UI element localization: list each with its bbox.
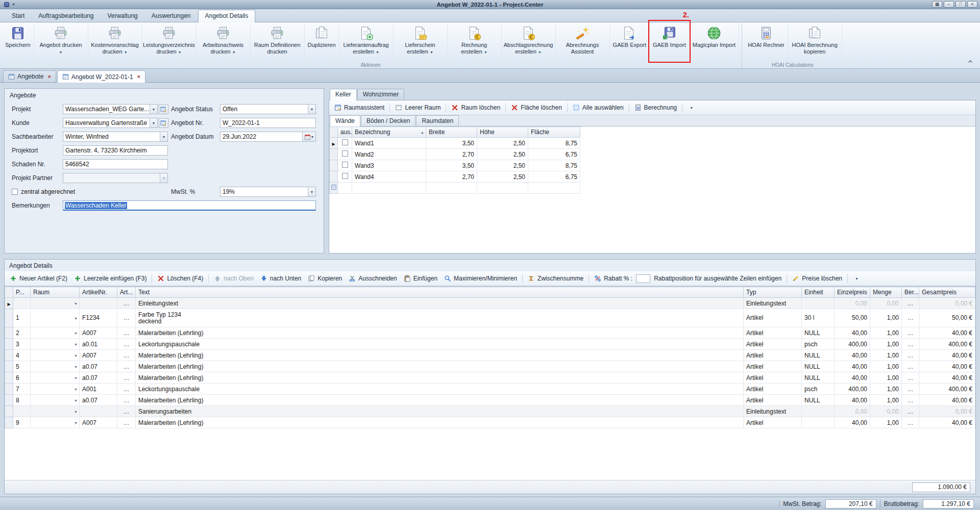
einheit-cell[interactable]: NULL: [802, 395, 835, 406]
ribbon-button-duplizieren[interactable]: Duplizieren: [305, 24, 339, 62]
chevron-down-icon[interactable]: ▼: [308, 187, 315, 196]
wall-row[interactable]: Wand33,502,508,75: [330, 160, 580, 171]
einzelpreis-cell[interactable]: 40,00: [835, 327, 870, 339]
text-cell[interactable]: Malerarbeiten (Lehrling): [136, 361, 744, 372]
menge-cell[interactable]: 1,00: [870, 384, 902, 395]
room-tool-flaeche-loeschen[interactable]: Fläche löschen: [508, 103, 565, 113]
ribbon-button-abschlagsrechnung-erstellen[interactable]: Abschlagsrechnung erstellen ▼: [502, 24, 556, 62]
artikelnr-cell[interactable]: A007: [80, 417, 117, 428]
quick-access-dropdown-icon[interactable]: ▼: [12, 3, 15, 6]
breite-cell[interactable]: 2,70: [426, 149, 477, 160]
artikelnr-cell[interactable]: A007: [80, 327, 117, 339]
einheit-cell[interactable]: [802, 417, 835, 428]
raum-cell[interactable]: ▼: [31, 361, 80, 372]
berechnung-ellipsis-button[interactable]: …: [902, 395, 919, 406]
artikel-ellipsis-button[interactable]: …: [117, 372, 136, 384]
chevron-down-icon[interactable]: ▼: [74, 421, 78, 424]
einzelpreis-cell[interactable]: 40,00: [835, 417, 870, 428]
row-checkbox[interactable]: [342, 173, 348, 179]
einheit-cell[interactable]: [802, 406, 835, 417]
artikel-ellipsis-button[interactable]: …: [117, 384, 136, 395]
text-cell[interactable]: Leckortungspauschale: [136, 384, 744, 395]
chevron-down-icon[interactable]: ▼: [160, 132, 167, 141]
chevron-down-icon[interactable]: ▼: [150, 105, 157, 114]
einheit-cell[interactable]: [802, 298, 835, 309]
new-row[interactable]: [330, 183, 580, 194]
details-header-menge[interactable]: Menge: [870, 287, 902, 298]
row-selector[interactable]: [5, 406, 13, 417]
ribbon-tab-auswertungen[interactable]: Auswertungen: [145, 10, 198, 22]
gesamtpreis-cell[interactable]: 40,00 €: [919, 417, 975, 428]
typ-cell[interactable]: Artikel: [744, 372, 802, 384]
maximize-button[interactable]: □: [955, 1, 966, 8]
chevron-down-icon[interactable]: ▼: [74, 398, 78, 402]
artikelnr-cell[interactable]: F1234: [80, 309, 117, 327]
flaeche-cell[interactable]: 6,75: [528, 149, 580, 160]
room-tool-raumassistent[interactable]: Raumassistent: [331, 103, 387, 113]
einheit-cell[interactable]: psch: [802, 339, 835, 350]
einzelpreis-cell[interactable]: 40,00: [835, 350, 870, 361]
details-tool-leerzeile-einfuegen-f3[interactable]: Leerzeile einfügen (F3): [71, 273, 150, 284]
menge-cell[interactable]: 1,00: [870, 309, 902, 327]
raum-cell[interactable]: ▼: [31, 339, 80, 350]
app-icon[interactable]: [4, 2, 9, 7]
position-row[interactable]: 9▼A007…Malerarbeiten (Lehrling)Artikel40…: [5, 417, 975, 428]
artikel-ellipsis-button[interactable]: …: [117, 350, 136, 361]
gesamtpreis-cell[interactable]: 0,00 €: [919, 406, 975, 417]
menge-cell[interactable]: 1,00: [870, 395, 902, 406]
pos-cell[interactable]: 4: [13, 350, 31, 361]
berechnung-ellipsis-button[interactable]: …: [902, 339, 919, 350]
einheit-cell[interactable]: NULL: [802, 372, 835, 384]
menge-cell[interactable]: 0,00: [870, 406, 902, 417]
einzelpreis-cell[interactable]: 40,00: [835, 372, 870, 384]
raum-cell[interactable]: ▼: [31, 298, 80, 309]
bezeichnung-cell[interactable]: Wand2: [352, 149, 426, 160]
artikelnr-cell[interactable]: A001: [80, 384, 117, 395]
details-header-ber[interactable]: Ber...: [902, 287, 919, 298]
ribbon-button-gaeb-export[interactable]: GAEB Export: [610, 24, 650, 62]
details-tool-maximieren-minimieren[interactable]: Maximieren/Minimieren: [441, 273, 520, 284]
ribbon-button-raum-definitionen-drucken[interactable]: Raum Definitionen drucken: [251, 24, 305, 62]
ribbon-button-leistungsverzeichnis-drucken[interactable]: Leistungsverzeichnis drucken ▼: [142, 24, 197, 62]
ribbon-button-hoai-berechnung-kopieren[interactable]: HOAI Berechnung kopieren: [788, 24, 842, 62]
artikel-ellipsis-button[interactable]: …: [117, 298, 136, 309]
text-cell[interactable]: Malerarbeiten (Lehrling): [136, 372, 744, 384]
details-tool-kopieren[interactable]: Kopieren: [305, 273, 345, 284]
details-header-einheit[interactable]: Einheit: [802, 287, 835, 298]
raum-cell[interactable]: ▼: [31, 327, 80, 339]
ribbon-tab-verwaltung[interactable]: Verwaltung: [101, 10, 144, 22]
typ-cell[interactable]: Artikel: [744, 361, 802, 372]
details-tool-rabatt[interactable]: Rabatt % :: [591, 273, 635, 284]
einheit-cell[interactable]: 30 l: [802, 309, 835, 327]
room-toolbar-overflow-button[interactable]: ▼: [684, 105, 698, 111]
hoehe-cell[interactable]: 2,50: [477, 171, 528, 183]
breite-cell[interactable]: 3,50: [426, 160, 477, 171]
einzelpreis-cell[interactable]: 0,00: [835, 406, 870, 417]
berechnung-ellipsis-button[interactable]: …: [902, 350, 919, 361]
flaeche-cell[interactable]: 8,75: [528, 138, 580, 149]
einzelpreis-cell[interactable]: 0,00: [835, 298, 870, 309]
berechnung-ellipsis-button[interactable]: …: [902, 298, 919, 309]
pos-cell[interactable]: [13, 298, 31, 309]
pos-cell[interactable]: 2: [13, 327, 31, 339]
details-header-gesamtpreis[interactable]: Gesamtpreis: [919, 287, 975, 298]
details-tool-neuer-artikel-f2[interactable]: Neuer Artikel (F2): [7, 273, 70, 284]
bezeichnung-cell[interactable]: Wand4: [352, 171, 426, 183]
berechnung-ellipsis-button[interactable]: …: [902, 406, 919, 417]
raum-cell[interactable]: ▼: [31, 372, 80, 384]
raum-cell[interactable]: ▼: [31, 406, 80, 417]
pos-cell[interactable]: 7: [13, 384, 31, 395]
ribbon-collapse-icon[interactable]: [966, 58, 975, 65]
wall-row[interactable]: Wand42,702,506,75: [330, 171, 580, 183]
row-selector[interactable]: [330, 171, 338, 183]
gesamtpreis-cell[interactable]: 40,00 €: [919, 395, 975, 406]
details-header-art[interactable]: Art...: [117, 287, 136, 298]
berechnung-ellipsis-button[interactable]: …: [902, 309, 919, 327]
typ-cell[interactable]: Artikel: [744, 309, 802, 327]
room-grid-header-bezeichnung[interactable]: Bezeichnung▲: [352, 127, 426, 138]
bezeichnung-cell[interactable]: Wand1: [352, 138, 426, 149]
position-row[interactable]: ▼…SanierungsarbeitenEinleitungstext0,000…: [5, 406, 975, 417]
ribbon-button-arbeitsnachweis-drucken[interactable]: Arbeitsnachweis drucken ▼: [197, 24, 251, 62]
menge-cell[interactable]: 1,00: [870, 339, 902, 350]
position-row[interactable]: ▶▼…EinleitungstextEinleitungstext0,000,0…: [5, 298, 975, 309]
